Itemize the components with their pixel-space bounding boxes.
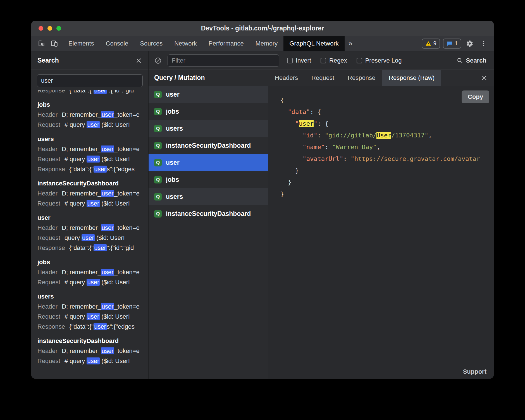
detail-tab-response-raw[interactable]: Response (Raw) <box>382 70 441 86</box>
detail-panel: HeadersRequestResponseResponse (Raw) Cop… <box>268 70 494 379</box>
devtools-tab-elements[interactable]: Elements <box>63 36 100 51</box>
result-line-content: query user ($id: UserI <box>65 234 125 241</box>
search-result-line[interactable]: Request# query user ($id: UserI <box>37 356 142 366</box>
search-result-line[interactable]: HeaderD; remember_user_token=e <box>37 144 142 154</box>
detail-tab-request[interactable]: Request <box>305 70 341 86</box>
clear-requests-icon[interactable] <box>152 55 164 66</box>
query-list-item[interactable]: Qusers <box>149 188 268 205</box>
zoom-window-button[interactable] <box>56 26 61 31</box>
search-match-highlight: user <box>299 120 314 127</box>
search-match-highlight: user <box>94 90 107 94</box>
more-tabs-chevron[interactable]: » <box>345 36 356 51</box>
search-result-line[interactable]: Request# query user ($id: UserI <box>37 120 142 130</box>
toolbar-right-cluster: 9 1 <box>422 36 494 51</box>
toolbar-search[interactable]: Search <box>457 57 486 64</box>
search-result-line[interactable]: HeaderD; remember_user_token=e <box>37 110 142 120</box>
result-line-label: Request <box>37 234 60 241</box>
search-result-line[interactable]: Response{"data":{"users":{"edges <box>37 164 142 174</box>
query-list-item[interactable]: Qusers <box>149 120 268 137</box>
devtools-window: DevTools - gitlab.com/-/graphql-explorer <box>31 21 494 379</box>
search-result-group-title[interactable]: users <box>37 292 142 302</box>
minimize-window-button[interactable] <box>47 26 52 31</box>
search-match-highlight: user <box>101 347 114 354</box>
search-result-group-title[interactable]: user <box>37 213 142 223</box>
search-close-icon[interactable] <box>135 57 142 64</box>
search-result-line[interactable]: Request# query user ($id: UserI <box>37 277 142 287</box>
result-line-content: {"data":{"users":{"edges <box>69 323 135 330</box>
devtools-tab-sources[interactable]: Sources <box>134 36 168 51</box>
devtools-tab-memory[interactable]: Memory <box>250 36 283 51</box>
search-result-line[interactable]: HeaderD; remember_user_token=e <box>37 223 142 233</box>
search-panel-title: Search <box>37 57 59 64</box>
search-result-group-title[interactable]: jobs <box>37 100 142 110</box>
copy-button[interactable]: Copy <box>462 90 489 103</box>
result-line-content: D; remember_user_token=e <box>62 224 140 231</box>
window-titlebar: DevTools - gitlab.com/-/graphql-explorer <box>31 21 494 36</box>
response-raw-view: Copy {"data": {"user": {"id": "gid://git… <box>268 86 494 379</box>
detail-tab-headers[interactable]: Headers <box>268 70 305 86</box>
search-match-highlight: user <box>87 121 100 128</box>
search-result-line[interactable]: HeaderD; remember_user_token=e <box>37 188 142 199</box>
query-type-badge: Q <box>154 159 162 166</box>
device-toolbar-icon[interactable] <box>49 38 60 49</box>
query-type-badge: Q <box>154 210 162 218</box>
result-line-label: Request <box>37 121 60 128</box>
messages-badge[interactable]: 1 <box>443 39 461 49</box>
search-result-line[interactable]: HeaderD; remember_user_token=e <box>37 267 142 277</box>
settings-gear-icon[interactable] <box>464 38 475 49</box>
search-result-line[interactable]: Response{"data":{"user":{"id":"gid <box>37 243 142 253</box>
result-line-content: D; remember_user_token=e <box>62 269 140 276</box>
search-result-line[interactable]: Requestquery user ($id: UserI <box>37 233 142 243</box>
search-result-group-title[interactable]: instanceSecurityDashboard <box>37 336 142 346</box>
search-match-highlight: user <box>101 111 114 118</box>
search-input[interactable] <box>37 74 143 87</box>
devtools-tab-console[interactable]: Console <box>100 36 134 51</box>
filter-checkbox-invert[interactable]: Invert <box>287 57 311 64</box>
devtools-tab-performance[interactable]: Performance <box>203 36 250 51</box>
query-list-item[interactable]: Qjobs <box>149 171 268 188</box>
search-result-line[interactable]: Request# query user ($id: UserI <box>37 312 142 322</box>
result-line-label: Request <box>37 313 60 320</box>
search-result-line[interactable]: Response{"data":{"user":{"id":"gid <box>37 90 142 96</box>
filter-checkbox-regex[interactable]: Regex <box>321 57 347 64</box>
filter-checkbox-preserve-log[interactable]: Preserve Log <box>357 57 402 64</box>
search-result-line[interactable]: Response{"data":{"users":{"edges <box>37 322 142 332</box>
inspect-element-icon[interactable] <box>36 38 47 49</box>
search-panel: Search Response{"data":{"user":{"id":"gi… <box>31 51 149 379</box>
query-list-item[interactable]: QinstanceSecurityDashboard <box>149 137 268 154</box>
warning-icon <box>425 40 431 47</box>
filter-input[interactable] <box>168 54 279 67</box>
detail-tabs-row: HeadersRequestResponseResponse (Raw) <box>268 70 494 86</box>
result-line-label: Header <box>37 190 58 197</box>
detail-tab-response[interactable]: Response <box>341 70 382 86</box>
devtools-tab-network[interactable]: Network <box>168 36 203 51</box>
result-line-content: {"data":{"user":{"id":"gid <box>69 90 134 94</box>
result-line-content: D; remember_user_token=e <box>62 190 140 197</box>
close-window-button[interactable] <box>39 26 43 31</box>
search-match-highlight: user <box>94 166 107 173</box>
devtools-tab-graphql-network[interactable]: GraphQL Network <box>283 36 344 51</box>
result-line-label: Header <box>37 269 58 276</box>
search-result-line[interactable]: Request# query user ($id: UserI <box>37 154 142 164</box>
query-list-item[interactable]: Quser <box>149 86 268 103</box>
query-list-item[interactable]: Qjobs <box>149 103 268 120</box>
search-result-group-title[interactable]: users <box>37 134 142 144</box>
search-result-group-title[interactable]: instanceSecurityDashboard <box>37 178 142 188</box>
warnings-badge[interactable]: 9 <box>422 39 440 49</box>
network-right-column: InvertRegexPreserve Log Search <box>149 51 494 379</box>
traffic-lights <box>39 21 61 36</box>
kebab-menu-icon[interactable] <box>478 38 489 49</box>
search-result-line[interactable]: HeaderD; remember_user_token=e <box>37 302 142 312</box>
support-link[interactable]: Support <box>463 368 486 375</box>
search-match-highlight: User <box>376 132 391 139</box>
detail-close-icon[interactable] <box>481 75 494 81</box>
search-result-line[interactable]: Request# query user ($id: UserI <box>37 199 142 209</box>
query-label: jobs <box>166 176 179 183</box>
query-list-panel: Query / Mutation QuserQjobsQusersQinstan… <box>149 70 268 379</box>
search-result-line[interactable]: HeaderD; remember_user_token=e <box>37 346 142 356</box>
json-line: } <box>280 176 488 188</box>
query-list-item[interactable]: QinstanceSecurityDashboard <box>149 205 268 222</box>
query-list-item[interactable]: Quser <box>149 154 268 171</box>
search-result-group-title[interactable]: jobs <box>37 257 142 267</box>
detail-tabs: HeadersRequestResponseResponse (Raw) <box>268 70 441 86</box>
